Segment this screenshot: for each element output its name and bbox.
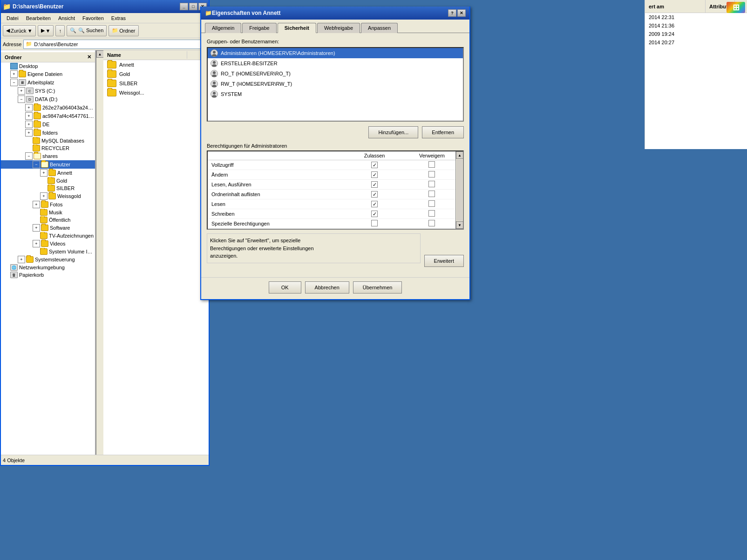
file-item-gold[interactable]: Gold (103, 69, 209, 79)
checkbox-allow-ordnerinhalt[interactable] (371, 191, 378, 198)
tab-webfreigabe[interactable]: Webfreigabe (317, 23, 360, 33)
tree-item-software[interactable]: + Software (1, 224, 95, 232)
checkbox-deny-spezielle[interactable] (428, 220, 435, 226)
tree-item-gold[interactable]: Gold (1, 177, 95, 184)
expand-262e[interactable]: + (25, 104, 33, 111)
user-item-rw-t[interactable]: RW_T (HOMESERVER\RW_T) (208, 79, 463, 89)
user-item-system[interactable]: SYSTEM (208, 89, 463, 99)
expand-weissgold[interactable]: + (40, 192, 48, 200)
uebernehmen-button[interactable]: Übernehmen (353, 281, 402, 294)
perms-scroll-down[interactable]: ▼ (456, 221, 463, 229)
perms-scrollbar[interactable]: ▲ ▼ (455, 151, 463, 229)
perm-allow-aendern[interactable] (348, 170, 401, 180)
checkbox-deny-ordnerinhalt[interactable] (428, 191, 435, 197)
perms-scroll-thumb[interactable] (456, 159, 462, 221)
menu-favoriten[interactable]: Favoriten (79, 14, 108, 22)
tree-item-systemsteuerung[interactable]: + Systemsteuerung (1, 255, 95, 264)
users-list[interactable]: Administratoren (HOMESERVER\Administrato… (207, 47, 464, 122)
expand-sys-c[interactable]: + (18, 87, 25, 95)
menu-bearbeiten[interactable]: Bearbeiten (22, 14, 54, 22)
perm-deny-schreiben[interactable] (401, 209, 463, 219)
folder-button[interactable]: 📁 Ordner (109, 25, 138, 36)
tree-item-fotos[interactable]: + Fotos (1, 200, 95, 209)
tree-item-arbeitsplatz[interactable]: − 🖥 Arbeitsplatz (1, 78, 95, 87)
tree-item-annett[interactable]: + Annett (1, 169, 95, 177)
expand-systemsteuerung[interactable]: + (18, 256, 25, 263)
erweitert-button[interactable]: Erweitert (424, 255, 464, 267)
perm-deny-lesen[interactable] (401, 199, 463, 209)
checkbox-allow-vollzugriff[interactable] (371, 162, 378, 168)
tree-item-de[interactable]: + DE (1, 120, 95, 129)
tree-item-mysql[interactable]: MySQL Databases (1, 137, 95, 144)
tree-item-eigene-dateien[interactable]: + Eigene Dateien (1, 70, 95, 78)
file-item-annett[interactable]: Annett (103, 60, 209, 69)
expand-software[interactable]: + (33, 224, 40, 232)
scroll-up-btn[interactable]: ▲ (96, 50, 104, 58)
tab-allgemein[interactable]: Allgemein (205, 23, 241, 33)
tree-item-sys-c[interactable]: + C SYS (C:) (1, 87, 95, 95)
file-item-silber[interactable]: SILBER (103, 79, 209, 88)
perm-deny-vollzugriff[interactable] (401, 160, 463, 170)
user-item-ersteller[interactable]: ERSTELLER-BESITZER (208, 58, 463, 68)
col-header-name[interactable]: Name (103, 51, 187, 59)
tab-sicherheit[interactable]: Sicherheit (278, 23, 316, 33)
user-item-ro-t[interactable]: RO_T (HOMESERVER\RO_T) (208, 68, 463, 79)
perms-scroll-up[interactable]: ▲ (456, 151, 463, 159)
expand-de[interactable]: + (25, 121, 33, 128)
expand-folders[interactable]: + (25, 129, 33, 137)
tree-item-shares[interactable]: − shares (1, 152, 95, 160)
search-button[interactable]: 🔍 🔍 Suchen (67, 25, 107, 36)
checkbox-deny-aendern[interactable] (428, 171, 435, 178)
file-item-weissgold[interactable]: Weissgol... (103, 88, 209, 97)
dialog-help-btn[interactable]: ? (448, 9, 456, 17)
folder-panel-scrollbar[interactable]: ▲ ▼ (96, 50, 103, 464)
tree-item-sysvolinfo[interactable]: System Volume Informa... (1, 248, 95, 255)
perm-allow-ordnerinhalt[interactable] (348, 190, 401, 199)
expand-eigene-dateien[interactable]: + (10, 70, 18, 78)
tree-item-data-d[interactable]: − D DATA (D:) (1, 95, 95, 103)
tree-item-tv[interactable]: TV-Aufzeichnungen (1, 232, 95, 239)
expand-ac98[interactable]: + (25, 112, 33, 120)
tree-item-262e[interactable]: + 262e27a064043a2493... (1, 103, 95, 112)
tree-item-benutzer[interactable]: − Benutzer (1, 160, 95, 169)
forward-button[interactable]: ▶ ▼ (38, 25, 54, 36)
tree-item-weissgold[interactable]: + Weissgold (1, 192, 95, 200)
perm-allow-spezielle[interactable] (348, 219, 401, 229)
tree-item-ac98[interactable]: + ac9847af4c454776197... (1, 112, 95, 120)
ok-button[interactable]: OK (269, 281, 301, 294)
entfernen-button[interactable]: Entfernen (422, 126, 464, 138)
checkbox-deny-vollzugriff[interactable] (428, 161, 435, 168)
tree-item-videos[interactable]: + Videos (1, 239, 95, 248)
scroll-track[interactable] (97, 58, 103, 457)
expand-shares[interactable]: − (25, 152, 33, 160)
checkbox-deny-schreiben[interactable] (428, 210, 435, 217)
checkbox-allow-aendern[interactable] (371, 171, 378, 178)
menu-extras[interactable]: Extras (108, 14, 129, 22)
checkbox-allow-spezielle[interactable] (371, 220, 378, 226)
checkbox-allow-lesen[interactable] (371, 201, 378, 207)
tree-item-desktop[interactable]: Desktop (1, 62, 95, 70)
back-button[interactable]: ◀ Zurück ▼ (3, 25, 36, 36)
tree-item-silber[interactable]: SILBER (1, 184, 95, 192)
expand-fotos[interactable]: + (33, 201, 40, 208)
tree-item-recycler[interactable]: RECYCLER (1, 144, 95, 152)
tree-item-oeffentlich[interactable]: Öffentlich (1, 216, 95, 224)
checkbox-allow-schreiben[interactable] (371, 211, 378, 217)
expand-arbeitsplatz[interactable]: − (10, 79, 18, 86)
expand-data-d[interactable]: − (18, 96, 25, 103)
explorer-maximize-btn[interactable]: □ (189, 3, 197, 10)
dialog-close-btn[interactable]: ✕ (457, 9, 466, 17)
hinzufuegen-button[interactable]: Hinzufügen... (368, 126, 418, 138)
checkbox-deny-lesen[interactable] (428, 200, 435, 207)
address-input[interactable]: 📁 D:\shares\Benutzer (23, 40, 207, 49)
menu-ansicht[interactable]: Ansicht (54, 14, 79, 22)
tree-item-papierkorb[interactable]: 🗑 Papierkorb (1, 271, 95, 279)
perm-deny-aendern[interactable] (401, 170, 463, 180)
perm-allow-vollzugriff[interactable] (348, 160, 401, 170)
perm-allow-lesen[interactable] (348, 199, 401, 209)
panel-close-icon[interactable]: ✕ (87, 54, 91, 60)
perm-deny-spezielle[interactable] (401, 219, 463, 229)
tab-freigabe[interactable]: Freigabe (242, 23, 276, 33)
perm-allow-schreiben[interactable] (348, 209, 401, 219)
expand-videos[interactable]: + (33, 240, 40, 247)
